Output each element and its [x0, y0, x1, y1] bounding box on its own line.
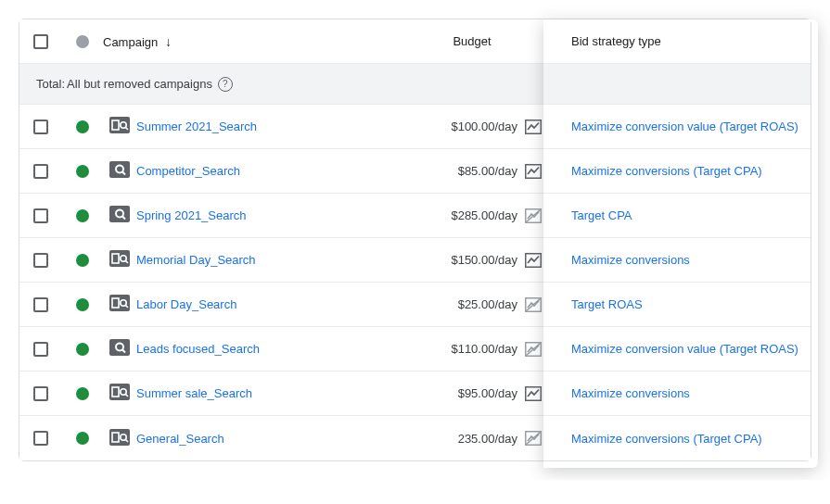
- row-checkbox[interactable]: [33, 342, 48, 357]
- campaigns-table: Campaign ↓ Budget Bid strategy type Tota…: [19, 19, 811, 461]
- column-header-budget[interactable]: Budget: [453, 34, 491, 48]
- campaign-type-icon: [109, 384, 130, 403]
- campaign-name-link[interactable]: Leads focused_Search: [136, 342, 260, 356]
- campaign-name-link[interactable]: Summer sale_Search: [136, 386, 252, 400]
- row-checkbox[interactable]: [33, 253, 48, 268]
- campaign-type-icon: [109, 250, 130, 270]
- campaign-name-link[interactable]: Competitor_Search: [136, 164, 240, 178]
- sort-descending-icon: ↓: [165, 34, 172, 49]
- campaign-type-icon: [109, 206, 130, 225]
- campaign-type-icon: [109, 295, 130, 314]
- chart-icon[interactable]: [525, 253, 542, 268]
- campaign-name-link[interactable]: Spring 2021_Search: [136, 208, 247, 222]
- row-checkbox[interactable]: [33, 386, 48, 401]
- table-row: Summer 2021_Search$100.00/dayMaximize co…: [19, 105, 811, 149]
- table-row: Competitor_Search$85.00/dayMaximize conv…: [19, 149, 811, 194]
- table-row: General_Search235.00/dayMaximize convers…: [19, 416, 811, 460]
- table-row: Summer sale_Search$95.00/dayMaximize con…: [19, 372, 811, 416]
- bid-strategy-link[interactable]: Maximize conversion value (Target ROAS): [571, 342, 798, 356]
- status-enabled-icon: [76, 120, 89, 133]
- row-checkbox[interactable]: [33, 120, 48, 134]
- budget-value: $100.00/day: [451, 120, 517, 133]
- table-row: Memorial Day_Search$150.00/dayMaximize c…: [19, 238, 811, 283]
- campaign-type-icon: [109, 161, 130, 181]
- status-enabled-icon: [76, 209, 89, 222]
- campaign-type-icon: [109, 339, 130, 359]
- bid-strategy-link[interactable]: Maximize conversions (Target CPA): [571, 432, 762, 446]
- budget-value: $110.00/day: [451, 342, 517, 356]
- chart-disabled-icon[interactable]: [525, 342, 542, 357]
- column-header-campaign[interactable]: Campaign ↓: [103, 34, 402, 49]
- bid-strategy-link[interactable]: Target ROAS: [571, 297, 643, 311]
- bid-strategy-link[interactable]: Maximize conversions: [571, 253, 690, 267]
- campaign-type-icon: [109, 429, 130, 448]
- row-checkbox[interactable]: [33, 431, 48, 446]
- budget-value: $25.00/day: [458, 297, 517, 311]
- column-header-campaign-label: Campaign: [103, 35, 158, 49]
- table-row: Leads focused_Search$110.00/dayMaximize …: [19, 327, 811, 372]
- status-enabled-icon: [76, 165, 89, 178]
- total-row-prefix: Total:: [36, 77, 65, 91]
- chart-disabled-icon[interactable]: [525, 297, 542, 312]
- table-row: Labor Day_Search$25.00/dayTarget ROAS: [19, 283, 811, 327]
- status-enabled-icon: [76, 343, 89, 356]
- bid-strategy-link[interactable]: Target CPA: [571, 208, 632, 222]
- help-icon[interactable]: ?: [218, 77, 233, 92]
- row-checkbox[interactable]: [33, 208, 48, 223]
- bid-strategy-link[interactable]: Maximize conversions: [571, 386, 690, 400]
- chart-icon[interactable]: [525, 386, 542, 401]
- budget-value: 235.00/day: [458, 432, 517, 446]
- campaign-name-link[interactable]: Labor Day_Search: [136, 297, 236, 311]
- budget-value: $285.00/day: [451, 208, 517, 222]
- budget-value: $85.00/day: [458, 164, 517, 178]
- campaign-type-icon: [109, 117, 130, 136]
- status-enabled-icon: [76, 387, 89, 400]
- chart-icon[interactable]: [525, 164, 542, 179]
- chart-icon[interactable]: [525, 120, 542, 134]
- select-all-checkbox[interactable]: [33, 34, 48, 49]
- bid-strategy-link[interactable]: Maximize conversion value (Target ROAS): [571, 120, 798, 133]
- status-enabled-icon: [76, 254, 89, 267]
- table-header-row: Campaign ↓ Budget Bid strategy type: [19, 19, 811, 64]
- budget-value: $95.00/day: [458, 386, 517, 400]
- table-row: Spring 2021_Search$285.00/dayTarget CPA: [19, 194, 811, 238]
- chart-disabled-icon[interactable]: [525, 431, 542, 446]
- row-checkbox[interactable]: [33, 297, 48, 312]
- column-header-bid-strategy[interactable]: Bid strategy type: [571, 34, 661, 48]
- budget-value: $150.00/day: [451, 253, 517, 267]
- status-enabled-icon: [76, 432, 89, 445]
- bid-strategy-link[interactable]: Maximize conversions (Target CPA): [571, 164, 762, 178]
- campaign-name-link[interactable]: General_Search: [136, 432, 224, 446]
- chart-disabled-icon[interactable]: [525, 208, 542, 223]
- campaign-name-link[interactable]: Summer 2021_Search: [136, 120, 257, 133]
- campaign-name-link[interactable]: Memorial Day_Search: [136, 253, 256, 267]
- table-total-row: Total: All but removed campaigns ?: [19, 64, 811, 105]
- row-checkbox[interactable]: [33, 164, 48, 179]
- status-enabled-icon: [76, 298, 89, 311]
- status-filter-icon[interactable]: [76, 35, 89, 48]
- total-row-text: All but removed campaigns: [67, 77, 212, 91]
